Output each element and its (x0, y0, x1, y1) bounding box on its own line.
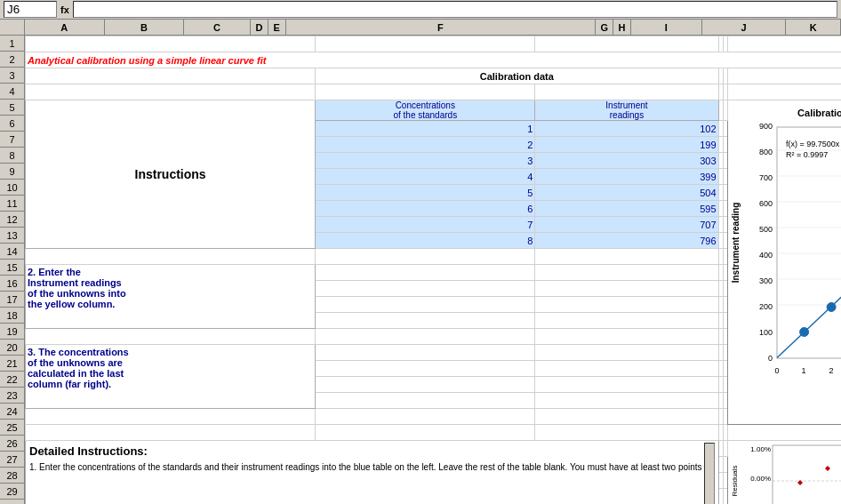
row-13: 13 (0, 228, 24, 244)
cell-e18[interactable] (723, 313, 727, 329)
cell-b9[interactable]: 4 (316, 169, 535, 185)
cell-e20[interactable] (723, 345, 727, 361)
cell-a3[interactable] (26, 68, 316, 84)
col-header-a[interactable]: A (25, 20, 105, 35)
cell-e17[interactable] (723, 297, 727, 313)
cell-a25[interactable] (26, 425, 316, 441)
cell-c9[interactable]: 399 (535, 169, 718, 185)
cell-c24[interactable] (535, 409, 718, 425)
cell-b7[interactable]: 2 (316, 137, 535, 153)
cell-e28[interactable] (723, 473, 727, 489)
instr-header[interactable]: Instrumentreadings (535, 100, 718, 121)
cell-f3[interactable] (727, 68, 841, 84)
cell-b15[interactable] (316, 265, 535, 281)
cell-title[interactable]: Analytical calibration using a simple li… (26, 52, 842, 68)
cell-e16[interactable] (723, 281, 727, 297)
cell-b23[interactable] (316, 393, 535, 409)
cell-e19[interactable] (723, 329, 727, 345)
cell-e7[interactable] (723, 137, 727, 153)
conc-header[interactable]: Concentrationsof the standards (316, 100, 535, 121)
cell-e27[interactable] (723, 457, 727, 473)
cell-b25[interactable] (316, 425, 535, 441)
cell-c7[interactable]: 199 (535, 137, 718, 153)
cell-e14[interactable] (723, 249, 727, 265)
row-20: 20 (0, 340, 24, 356)
calibration-data-header[interactable]: Calibration data (316, 68, 718, 84)
cell-f4[interactable] (727, 84, 841, 100)
cell-b22[interactable] (316, 377, 535, 393)
cell-e13[interactable] (723, 233, 727, 249)
cell-c12[interactable]: 707 (535, 217, 718, 233)
cell-e6[interactable] (723, 121, 727, 137)
cell-e11[interactable] (723, 201, 727, 217)
cell-e29[interactable] (723, 489, 727, 505)
cell-e12[interactable] (723, 217, 727, 233)
cell-e24[interactable] (723, 409, 727, 425)
cell-e22[interactable] (723, 377, 727, 393)
cell-b1[interactable] (316, 36, 535, 52)
cell-c11[interactable]: 595 (535, 201, 718, 217)
cell-a4[interactable] (26, 84, 316, 100)
cell-c25[interactable] (535, 425, 718, 441)
grid-area: 1 2 3 4 5 6 7 8 9 10 11 12 13 14 15 16 1… (0, 36, 841, 504)
cell-c13[interactable]: 796 (535, 233, 718, 249)
cell-a14[interactable] (26, 249, 316, 265)
cell-a24[interactable] (26, 409, 316, 425)
scrollbar[interactable] (704, 443, 715, 504)
svg-rect-2 (777, 127, 842, 358)
cell-f1[interactable] (727, 36, 841, 52)
cell-c18[interactable] (535, 313, 718, 329)
cell-g25[interactable] (727, 425, 841, 441)
cell-b21[interactable] (316, 361, 535, 377)
cell-c1[interactable] (535, 36, 718, 52)
cell-a19[interactable] (26, 329, 316, 345)
col-header-f[interactable]: F (286, 20, 596, 35)
cell-b13[interactable]: 8 (316, 233, 535, 249)
cell-c21[interactable] (535, 361, 718, 377)
cell-b11[interactable]: 6 (316, 201, 535, 217)
cell-e21[interactable] (723, 361, 727, 377)
col-header-k[interactable]: K (786, 20, 841, 35)
col-header-i[interactable]: I (631, 20, 702, 35)
col-header-c[interactable]: C (184, 20, 251, 35)
col-header-d[interactable]: D (251, 20, 268, 35)
cell-b19[interactable] (316, 329, 535, 345)
cell-c17[interactable] (535, 297, 718, 313)
cell-c15[interactable] (535, 265, 718, 281)
cell-b24[interactable] (316, 409, 535, 425)
cell-b4[interactable] (316, 84, 535, 100)
col-header-b[interactable]: B (105, 20, 185, 35)
cell-b18[interactable] (316, 313, 535, 329)
cell-c6[interactable]: 102 (535, 121, 718, 137)
col-header-g[interactable]: G (596, 20, 613, 35)
cell-c4[interactable] (535, 84, 718, 100)
col-header-e[interactable]: E (268, 20, 286, 35)
cell-c14[interactable] (535, 249, 718, 265)
cell-b17[interactable] (316, 297, 535, 313)
cell-b16[interactable] (316, 281, 535, 297)
cell-b12[interactable]: 7 (316, 217, 535, 233)
cell-b14[interactable] (316, 249, 535, 265)
cell-e10[interactable] (723, 185, 727, 201)
cell-c19[interactable] (535, 329, 718, 345)
cell-a1[interactable] (26, 36, 316, 52)
cell-c16[interactable] (535, 281, 718, 297)
cell-c10[interactable]: 504 (535, 185, 718, 201)
cell-c8[interactable]: 303 (535, 153, 718, 169)
cell-e23[interactable] (723, 393, 727, 409)
cell-b10[interactable]: 5 (316, 185, 535, 201)
cell-b20[interactable] (316, 345, 535, 361)
cell-c20[interactable] (535, 345, 718, 361)
col-header-j[interactable]: J (702, 20, 787, 35)
cell-e8[interactable] (723, 153, 727, 169)
cell-c22[interactable] (535, 377, 718, 393)
cell-e9[interactable] (723, 169, 727, 185)
cell-e15[interactable] (723, 265, 727, 281)
row-15: 15 (0, 260, 24, 276)
formula-input[interactable] (73, 1, 837, 18)
name-box[interactable] (4, 1, 57, 18)
cell-b6[interactable]: 1 (316, 121, 535, 137)
cell-b8[interactable]: 3 (316, 153, 535, 169)
col-header-h[interactable]: H (613, 20, 631, 35)
cell-c23[interactable] (535, 393, 718, 409)
